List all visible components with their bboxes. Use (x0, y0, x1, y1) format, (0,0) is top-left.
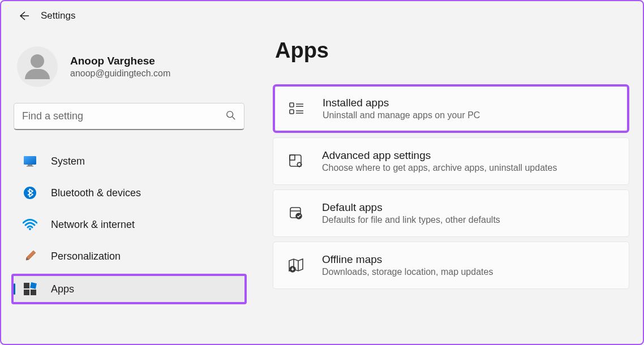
wifi-icon (23, 217, 37, 232)
svg-rect-2 (24, 156, 36, 165)
offline-maps-icon (288, 257, 304, 273)
search-input[interactable] (22, 110, 226, 122)
apps-icon (23, 282, 37, 296)
search-box[interactable] (14, 103, 244, 130)
search-icon (226, 110, 236, 123)
sidebar-item-network[interactable]: Network & internet (12, 210, 246, 239)
sidebar-item-label: System (51, 156, 85, 167)
svg-rect-12 (290, 110, 294, 114)
sidebar-item-label: Network & internet (51, 219, 135, 231)
advanced-settings-icon (288, 153, 304, 169)
card-default-apps[interactable]: Default apps Defaults for file and link … (273, 189, 629, 237)
card-title: Default apps (322, 201, 500, 214)
card-desc: Uninstall and manage apps on your PC (323, 110, 480, 120)
card-desc: Downloads, storage location, map updates (322, 267, 493, 277)
default-apps-icon (288, 205, 304, 221)
svg-rect-7 (24, 283, 29, 288)
sidebar-item-bluetooth[interactable]: Bluetooth & devices (12, 179, 246, 207)
bluetooth-icon (23, 186, 37, 200)
card-title: Installed apps (323, 97, 480, 109)
profile-email: anoop@guidingtech.com (70, 68, 170, 79)
card-title: Offline maps (322, 253, 493, 266)
svg-rect-11 (290, 103, 294, 107)
profile-name: Anoop Varghese (70, 55, 170, 67)
svg-point-6 (29, 228, 31, 230)
card-desc: Defaults for file and link types, other … (322, 215, 500, 225)
app-title: Settings (41, 10, 75, 21)
sidebar-item-label: Bluetooth & devices (51, 187, 141, 199)
sidebar: Anoop Varghese anoop@guidingtech.com Sys… (12, 27, 246, 308)
brush-icon (23, 249, 37, 264)
svg-point-0 (227, 111, 233, 117)
page-title: Apps (275, 38, 629, 63)
svg-rect-4 (27, 166, 33, 167)
svg-rect-9 (24, 290, 29, 295)
sidebar-item-label: Apps (51, 283, 74, 295)
svg-rect-8 (30, 282, 37, 289)
svg-rect-17 (290, 155, 301, 166)
card-desc: Choose where to get apps, archive apps, … (322, 163, 557, 173)
sidebar-item-label: Personalization (51, 251, 121, 262)
profile-section[interactable]: Anoop Varghese anoop@guidingtech.com (12, 46, 246, 103)
avatar (17, 46, 58, 87)
svg-rect-10 (31, 290, 36, 295)
installed-apps-icon (289, 101, 304, 117)
sidebar-item-system[interactable]: System (12, 147, 246, 175)
card-title: Advanced app settings (322, 149, 557, 162)
svg-rect-3 (28, 165, 32, 166)
sidebar-item-personalization[interactable]: Personalization (12, 242, 246, 270)
card-advanced-settings[interactable]: Advanced app settings Choose where to ge… (273, 137, 629, 185)
card-offline-maps[interactable]: Offline maps Downloads, storage location… (273, 241, 629, 289)
system-icon (23, 154, 37, 169)
card-installed-apps[interactable]: Installed apps Uninstall and manage apps… (273, 84, 629, 133)
back-button[interactable] (17, 9, 31, 23)
sidebar-item-apps[interactable]: Apps (11, 274, 247, 304)
main-content: Apps Installed apps Uninstall and manage… (273, 27, 632, 308)
